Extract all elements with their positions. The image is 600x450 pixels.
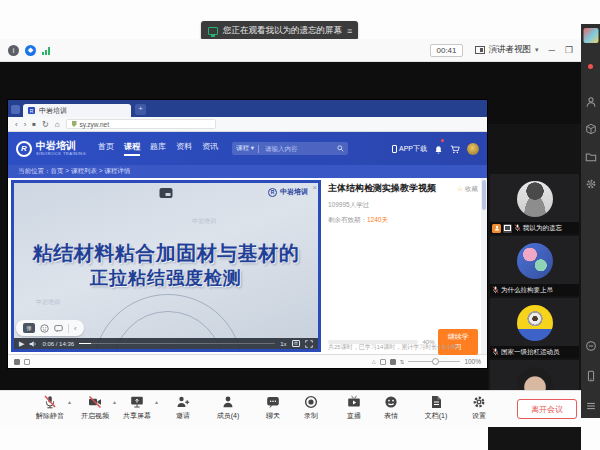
browser-app-icon[interactable] — [11, 105, 20, 114]
camera-off-icon — [88, 395, 102, 409]
video-title-line2: 正拉粘结强度检测 — [14, 266, 318, 290]
danmaku-bar: 弹 ‹ — [16, 320, 84, 336]
nav-item-home[interactable]: 首页 — [98, 141, 114, 156]
screenshot-root: 您正在观看我以为的遗忘的屏幕 ≡ i ◆ 00:41 演讲者视图 ▾ ─ ❐ R… — [0, 0, 600, 450]
playback-speed[interactable]: 1x — [280, 341, 286, 347]
status-page-icon — [14, 359, 20, 365]
close-icon[interactable]: × — [312, 183, 317, 192]
meeting-header: i ◆ 00:41 演讲者视图 ▾ ─ ❐ — [0, 39, 581, 62]
site-logo-en: SINOROCK TRAINING — [36, 151, 86, 156]
gear-icon[interactable] — [585, 178, 597, 190]
notification-bell-icon[interactable] — [434, 140, 443, 158]
nav-item-question-bank[interactable]: 题库 — [150, 141, 166, 156]
home-mini-icon[interactable]: ⌂ — [372, 358, 376, 365]
record-button[interactable]: 录制 — [288, 395, 334, 421]
layout-icon — [475, 46, 485, 54]
search-icon[interactable] — [337, 145, 344, 152]
scrollbar-thumb[interactable] — [482, 180, 486, 210]
participant-name: 为什么拉构要上吊 — [501, 286, 553, 295]
speed-mini-icon[interactable]: ⇅ — [400, 359, 405, 365]
phone-icon — [392, 145, 397, 153]
gear-icon — [472, 395, 486, 409]
back-button[interactable]: ‹ — [15, 120, 18, 129]
user-avatar[interactable] — [467, 143, 479, 155]
refresh-button[interactable]: ↻ — [42, 120, 49, 129]
site-logo-cn: 中岩培训 — [36, 141, 86, 151]
view-mode-switch[interactable]: 演讲者视图 ▾ — [475, 44, 539, 56]
search-input[interactable] — [263, 144, 333, 153]
meeting-info-icon[interactable]: i — [8, 45, 19, 56]
course-validity: 剩余有效期：1240天 — [328, 216, 478, 225]
participant-tile[interactable]: 我以为的遗忘 — [490, 174, 579, 234]
pip-icon[interactable] — [160, 188, 173, 198]
window-mini-icon[interactable] — [380, 359, 386, 365]
meeting-protect-icon[interactable]: ◆ — [25, 45, 36, 56]
nav-item-materials[interactable]: 资料 — [176, 141, 192, 156]
banner-text: 您正在观看我以为的遗忘的屏幕 — [223, 25, 342, 37]
app-download-link[interactable]: APP下载 — [392, 144, 427, 154]
video-progress-bar[interactable] — [79, 343, 275, 345]
site-logo[interactable]: R 中岩培训 SINOROCK TRAINING — [16, 141, 86, 157]
emoji-button[interactable]: 表情 — [368, 395, 414, 421]
members-button[interactable]: 成员(4) — [205, 395, 251, 421]
volume-icon[interactable] — [29, 340, 37, 348]
cart-icon[interactable] — [450, 140, 460, 158]
members-icon — [221, 395, 235, 409]
chevron-down-icon: ▾ — [535, 46, 539, 54]
settings-button[interactable]: 设置 — [456, 395, 502, 421]
mic-options-arrow[interactable]: ▴ — [68, 398, 71, 405]
danmaku-toggle[interactable]: 弹 — [23, 323, 35, 333]
collections-cube-icon[interactable] — [585, 123, 597, 135]
url-text: sy.zyw.net — [80, 121, 110, 128]
comment-icon[interactable] — [54, 324, 63, 333]
documents-button[interactable]: 文档(1) — [413, 395, 459, 421]
unmute-button[interactable]: ▴ 解除静音 — [27, 395, 73, 421]
forward-button[interactable]: › — [24, 120, 27, 129]
contacts-icon[interactable] — [585, 96, 597, 108]
zoom-slider-knob[interactable] — [432, 358, 439, 365]
zoom-slider[interactable] — [408, 361, 460, 362]
document-icon — [429, 395, 443, 409]
menu-hamburger-icon[interactable] — [585, 400, 597, 412]
start-video-button[interactable]: ▴ 开启视频 — [72, 395, 118, 421]
share-options-arrow[interactable]: ▴ — [155, 398, 158, 405]
window-maximize-button[interactable]: ❐ — [565, 45, 573, 55]
play-button[interactable]: ▶ — [19, 340, 24, 348]
leave-meeting-button[interactable]: 离开会议 — [517, 399, 577, 419]
banner-menu-icon[interactable]: ≡ — [347, 26, 351, 36]
favorite-button[interactable]: ☆ 收藏 — [457, 185, 478, 194]
record-icon — [304, 395, 318, 409]
participant-tile[interactable]: 为什么拉构要上吊 — [490, 236, 579, 296]
browser-tab[interactable]: R 中岩培训 — [23, 104, 131, 117]
emoji-icon[interactable] — [40, 324, 49, 333]
video-player[interactable]: R 中岩培训 × 中岩培训 中岩培训 粘结材料粘合加固材与基材的 正拉粘结强度检… — [11, 180, 321, 352]
snapshot-icon[interactable] — [390, 359, 396, 365]
network-signal-icon — [42, 46, 50, 55]
phone-icon[interactable] — [585, 370, 597, 382]
danmaku-mini-icon[interactable]: 弹 — [292, 340, 301, 347]
new-tab-button[interactable]: + — [135, 104, 146, 115]
site-favicon: R — [28, 107, 35, 114]
browser-tab-bar: R 中岩培训 + — [8, 100, 487, 117]
invite-button[interactable]: 邀请 — [160, 395, 206, 421]
site-search-box[interactable]: 课程 ▾ — [232, 142, 348, 155]
mic-muted-icon — [514, 224, 521, 232]
search-category-dropdown[interactable]: 课程 ▾ — [236, 144, 254, 153]
link-icon[interactable] — [585, 340, 597, 352]
address-bar[interactable]: sy.zyw.net — [66, 119, 216, 129]
video-title-line1: 粘结材料粘合加固材与基材的 — [14, 240, 318, 267]
meeting-toolbar: ▴ 解除静音 ▴ 开启视频 ▴ 共享屏幕 邀请 成员(4) 聊天 录制 — [0, 390, 581, 427]
page-content: R 中岩培训 × 中岩培训 中岩培训 粘结材料粘合加固材与基材的 正拉粘结强度检… — [8, 178, 487, 354]
stop-button[interactable]: ■ — [32, 121, 36, 127]
fullscreen-icon[interactable] — [305, 340, 313, 348]
wechat-avatar[interactable] — [583, 28, 598, 43]
files-folder-icon[interactable] — [585, 151, 597, 163]
home-button[interactable]: ⌂ — [55, 120, 60, 129]
nav-item-courses[interactable]: 课程 — [124, 141, 140, 156]
page-scrollbar[interactable] — [481, 178, 487, 354]
nav-item-news[interactable]: 资讯 — [202, 141, 218, 156]
participant-tile[interactable]: 国家一级抬杠运动员 — [490, 298, 579, 358]
share-screen-button[interactable]: ▴ 共享屏幕 — [114, 395, 160, 421]
window-minimize-button[interactable]: ─ — [549, 45, 555, 55]
collapse-chevron-icon[interactable]: ‹ — [74, 324, 77, 333]
